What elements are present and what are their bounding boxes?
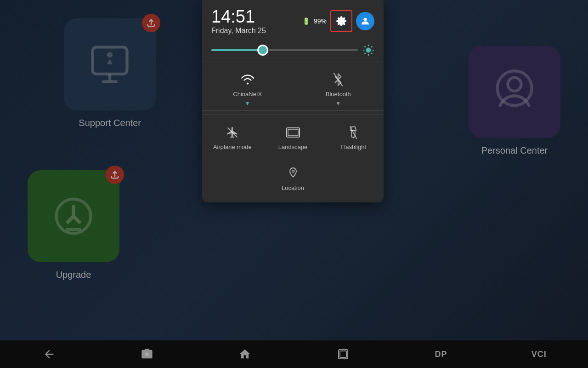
toggle-wifi[interactable]: ChinaNetX ▼: [202, 68, 293, 111]
tile-location[interactable]: Location: [272, 161, 313, 195]
wifi-dropdown: ▼: [245, 100, 250, 107]
notification-panel: 14:51 Friday, March 25 🔋 99%: [202, 0, 384, 202]
tile-landscape[interactable]: Landscape: [263, 121, 323, 154]
brightness-row: [202, 40, 384, 62]
location-icon: [285, 165, 301, 182]
date-display: Friday, March 25: [211, 27, 266, 35]
landscape-icon: [285, 124, 301, 141]
wifi-ssid: ChinaNetX: [233, 91, 262, 98]
bluetooth-dropdown: ▼: [335, 100, 341, 107]
toggle-bluetooth[interactable]: Bluetooth ▼: [293, 68, 384, 111]
brightness-fill: [211, 49, 263, 51]
flashlight-icon: [345, 124, 362, 141]
location-row: Location: [202, 158, 384, 202]
svg-rect-12: [288, 129, 298, 136]
user-avatar[interactable]: [356, 12, 374, 30]
time-display: 14:51: [211, 7, 266, 27]
tiles-row: Airplane mode Landscape Fl: [202, 115, 384, 158]
tile-flashlight[interactable]: Flashlight: [323, 121, 384, 154]
panel-header: 14:51 Friday, March 25 🔋 99%: [202, 0, 384, 40]
header-right: 🔋 99%: [302, 10, 374, 32]
time-block: 14:51 Friday, March 25: [211, 7, 266, 35]
battery-percent: 99%: [314, 17, 327, 25]
svg-point-6: [363, 18, 367, 21]
svg-point-7: [261, 49, 264, 52]
svg-rect-13: [351, 130, 355, 137]
toggles-row: ChinaNetX ▼ Bluetooth ▼: [202, 62, 384, 115]
wifi-icon: [239, 71, 256, 88]
bluetooth-label: Bluetooth: [326, 91, 351, 98]
battery-icon: 🔋: [302, 17, 310, 25]
airplane-icon: [224, 124, 241, 141]
brightness-icon: [362, 44, 374, 56]
flashlight-label: Flashlight: [340, 144, 366, 150]
svg-point-16: [292, 170, 294, 172]
airplane-label: Airplane mode: [213, 144, 252, 150]
tile-airplane[interactable]: Airplane mode: [202, 121, 263, 154]
brightness-track[interactable]: [211, 49, 358, 51]
settings-button[interactable]: [330, 10, 352, 32]
location-label: Location: [282, 184, 304, 191]
bluetooth-icon: [330, 71, 346, 88]
landscape-label: Landscape: [278, 144, 308, 150]
svg-point-8: [366, 47, 371, 52]
brightness-thumb: [257, 45, 268, 56]
